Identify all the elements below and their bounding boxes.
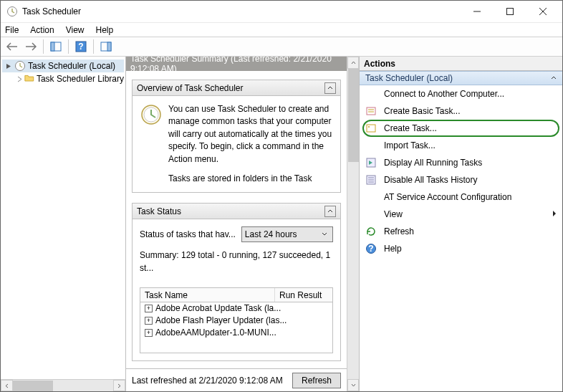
- toolbar: ?: [1, 37, 562, 57]
- actions-group-label: Task Scheduler (Local): [365, 73, 453, 83]
- menu-bar: File Action View Help: [1, 22, 562, 37]
- task-row[interactable]: +Adobe Acrobat Update Task (la...: [140, 302, 332, 315]
- window-title: Task Scheduler: [22, 6, 461, 16]
- task-status-group: Task Status Status of tasks that hav... …: [132, 203, 341, 361]
- action-label: Help: [384, 244, 402, 254]
- menu-file[interactable]: File: [5, 25, 19, 35]
- computer-icon: [365, 88, 377, 100]
- period-value: Last 24 hours: [245, 229, 297, 241]
- menu-action[interactable]: Action: [30, 25, 54, 35]
- action-refresh[interactable]: Refresh: [360, 223, 562, 240]
- task-icon: [365, 123, 377, 134]
- task-name: AdobeAAMUpdater-1.0-MUNI...: [155, 327, 276, 339]
- refresh-icon: [365, 226, 377, 237]
- scroll-left-icon[interactable]: [1, 380, 13, 391]
- action-disable-history[interactable]: Disable All Tasks History: [360, 171, 562, 188]
- history-icon: [365, 174, 377, 186]
- action-label: Display All Running Tasks: [384, 158, 482, 168]
- task-row[interactable]: +Adobe Flash Player Updater (las...: [140, 315, 332, 327]
- expand-icon[interactable]: +: [145, 305, 153, 312]
- col-task-name[interactable]: Task Name: [140, 288, 275, 302]
- actions-header: Actions: [360, 57, 562, 71]
- action-create-task[interactable]: Create Task...: [360, 120, 562, 137]
- tree-root-label: Task Scheduler (Local): [28, 61, 115, 71]
- back-button[interactable]: [4, 39, 21, 54]
- overview-text-2: Tasks are stored in folders in the Task: [168, 173, 333, 185]
- nav-tree[interactable]: Task Scheduler (Local) Task Scheduler Li…: [1, 57, 125, 379]
- expand-icon[interactable]: [16, 75, 23, 83]
- actions-pane: Actions Task Scheduler (Local) Connect t…: [360, 57, 562, 391]
- task-table-header[interactable]: Task Name Run Result: [140, 288, 332, 302]
- action-display-running[interactable]: Display All Running Tasks: [360, 154, 562, 171]
- action-at-service[interactable]: AT Service Account Configuration: [360, 188, 562, 206]
- task-status-title: Task Status: [137, 206, 181, 216]
- title-bar: Task Scheduler: [1, 1, 562, 22]
- show-hide-tree-button[interactable]: [47, 39, 64, 54]
- overview-group: Overview of Task Scheduler You can use T…: [132, 80, 341, 193]
- action-help[interactable]: ? Help: [360, 240, 562, 257]
- task-row[interactable]: +AdobeAAMUpdater-1.0-MUNI...: [140, 327, 332, 339]
- task-table: Task Name Run Result +Adobe Acrobat Upda…: [140, 287, 333, 353]
- expand-icon[interactable]: [5, 62, 13, 70]
- action-view[interactable]: View: [360, 206, 562, 223]
- svg-rect-12: [367, 125, 375, 132]
- summary-header: Task Scheduler Summary (Last refreshed: …: [126, 57, 347, 71]
- clock-icon: [140, 103, 163, 126]
- scroll-down-icon[interactable]: [347, 379, 359, 391]
- main-area: Task Scheduler (Local) Task Scheduler Li…: [1, 57, 562, 391]
- tree-root[interactable]: Task Scheduler (Local): [2, 59, 124, 72]
- expand-icon[interactable]: +: [145, 329, 153, 337]
- show-hide-action-button[interactable]: [97, 39, 115, 54]
- summary-footer: Last refreshed at 2/21/2020 9:12:08 AM R…: [126, 368, 347, 391]
- blank-icon: [365, 191, 377, 203]
- toolbar-separator: [68, 39, 69, 54]
- tree-library-label: Task Scheduler Library: [37, 74, 124, 84]
- scroll-right-icon[interactable]: [113, 380, 125, 391]
- expand-icon[interactable]: +: [145, 317, 153, 325]
- maximize-button[interactable]: [494, 1, 526, 22]
- summary-pane: Task Scheduler Summary (Last refreshed: …: [126, 57, 347, 391]
- tree-hscrollbar[interactable]: [1, 379, 125, 391]
- col-run-result[interactable]: Run Result: [275, 288, 332, 302]
- svg-rect-3: [51, 42, 54, 51]
- task-status-header[interactable]: Task Status: [133, 204, 340, 219]
- minimize-button[interactable]: [461, 1, 494, 22]
- blank-icon: [365, 209, 377, 220]
- forward-button[interactable]: [22, 39, 39, 54]
- scroll-up-icon[interactable]: [347, 57, 359, 69]
- svg-rect-7: [107, 42, 111, 51]
- period-dropdown[interactable]: Last 24 hours: [241, 226, 333, 242]
- tree-pane: Task Scheduler (Local) Task Scheduler Li…: [1, 57, 126, 391]
- folder-icon: [24, 73, 34, 85]
- task-name: Adobe Flash Player Updater (las...: [155, 315, 287, 327]
- menu-help[interactable]: Help: [96, 25, 114, 35]
- toolbar-separator: [43, 39, 44, 54]
- submenu-arrow-icon: [552, 209, 557, 219]
- refresh-button[interactable]: Refresh: [292, 373, 341, 388]
- svg-point-13: [368, 126, 370, 128]
- action-label: Create Task...: [384, 123, 437, 133]
- action-connect[interactable]: Connect to Another Computer...: [360, 85, 562, 102]
- collapse-icon[interactable]: [324, 82, 336, 94]
- chevron-down-icon: [319, 231, 329, 237]
- overview-header[interactable]: Overview of Task Scheduler: [133, 80, 340, 96]
- action-import[interactable]: Import Task...: [360, 137, 562, 154]
- help-button[interactable]: ?: [72, 39, 90, 54]
- collapse-icon[interactable]: [324, 206, 336, 217]
- tree-library[interactable]: Task Scheduler Library: [2, 72, 124, 85]
- app-icon: [6, 6, 18, 17]
- menu-view[interactable]: View: [66, 25, 85, 35]
- action-create-basic[interactable]: Create Basic Task...: [360, 102, 562, 120]
- collapse-icon[interactable]: [551, 73, 557, 83]
- overview-title: Overview of Task Scheduler: [137, 83, 244, 93]
- svg-text:?: ?: [78, 42, 83, 52]
- svg-text:?: ?: [368, 244, 373, 254]
- action-label: Disable All Tasks History: [384, 175, 478, 185]
- actions-group-header[interactable]: Task Scheduler (Local): [360, 71, 562, 85]
- close-button[interactable]: [526, 1, 559, 22]
- action-label: Create Basic Task...: [384, 106, 461, 116]
- running-icon: [365, 157, 377, 168]
- summary-vscrollbar[interactable]: [347, 57, 359, 391]
- scheduler-icon: [14, 60, 26, 72]
- svg-rect-1: [507, 9, 514, 15]
